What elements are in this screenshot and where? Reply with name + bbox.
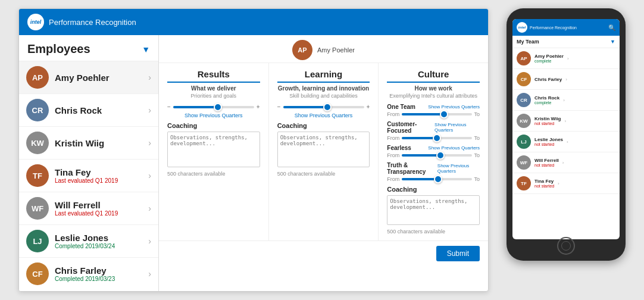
phone-employee-avatar: WF bbox=[517, 155, 531, 170]
main-panel: AP Amy Poehler Results What we deliver P… bbox=[159, 35, 488, 291]
chevron-right-icon: › bbox=[148, 73, 151, 82]
phone-employee-item[interactable]: CF Chris Farley › bbox=[512, 69, 620, 90]
employee-avatar: CR bbox=[26, 99, 49, 121]
employee-info: Kristin Wiig bbox=[55, 138, 142, 148]
culture-slider-row: From To bbox=[387, 135, 480, 141]
phone-employee-name: Chris Rock bbox=[534, 95, 559, 101]
culture-show-previous[interactable]: Show Previous Quarters bbox=[437, 163, 480, 174]
phone-employee-info: Chris Farley bbox=[534, 77, 562, 82]
results-show-previous[interactable]: Show Previous Quarters bbox=[167, 112, 260, 118]
culture-row-fearless: Fearless Show Previous Quarters From To bbox=[387, 145, 480, 158]
learning-char-count: 500 characters available bbox=[277, 171, 370, 177]
desktop-app: intel Performance Recognition Employees … bbox=[18, 8, 489, 292]
sidebar-employee-chris-rock[interactable]: CR Chris Rock › bbox=[19, 94, 158, 127]
results-coaching-label: Coaching bbox=[167, 122, 260, 129]
filter-icon[interactable]: ▼ bbox=[142, 45, 150, 54]
culture-slider-track[interactable] bbox=[402, 154, 471, 157]
culture-from-label: From bbox=[387, 135, 399, 141]
sidebar-employee-kristin[interactable]: KW Kristin Wiig › bbox=[19, 127, 158, 160]
results-coaching-textarea[interactable] bbox=[167, 132, 260, 167]
culture-slider-track[interactable] bbox=[402, 137, 471, 139]
culture-row-title: Fearless bbox=[387, 145, 411, 151]
culture-show-previous[interactable]: Show Previous Quarters bbox=[428, 104, 480, 110]
culture-to-label: To bbox=[474, 152, 480, 158]
phone-logo-area: intel Performance Recognition bbox=[517, 22, 577, 33]
selected-employee-header: AP Amy Poehler bbox=[159, 35, 488, 63]
learning-coaching-label: Coaching bbox=[277, 122, 370, 129]
culture-show-previous[interactable]: Show Previous Quarters bbox=[434, 122, 480, 133]
phone-employee-avatar: KW bbox=[517, 114, 531, 128]
app-header: intel Performance Recognition bbox=[19, 9, 488, 35]
phone-chevron-right-icon: › bbox=[558, 181, 559, 186]
culture-char-count: 500 characters available bbox=[387, 229, 480, 235]
culture-to-label: To bbox=[474, 135, 480, 141]
phone-section-header: My Team ▼ bbox=[512, 36, 620, 48]
sidebar-employee-will[interactable]: WF Will Ferrell Last evaluated Q1 2019 › bbox=[19, 192, 158, 225]
employee-info: Leslie Jones Completed 2019/03/24 bbox=[55, 233, 142, 249]
phone-employee-item[interactable]: CR Chris Rock complete › bbox=[512, 90, 620, 111]
selected-employee-name: Amy Poehler bbox=[317, 46, 355, 54]
phone-employee-status: not started bbox=[534, 142, 563, 146]
phone-employee-item[interactable]: WF Will Ferrell not started › bbox=[512, 152, 620, 173]
culture-row-title: Truth & Transparency bbox=[387, 162, 437, 175]
phone-employee-item[interactable]: LJ Leslie Jones not started › bbox=[512, 132, 620, 152]
phone-search-icon[interactable]: 🔍 bbox=[608, 24, 615, 31]
culture-from-label: From bbox=[387, 111, 399, 117]
culture-slider-track[interactable] bbox=[402, 113, 471, 115]
sidebar-employee-leslie[interactable]: LJ Leslie Jones Completed 2019/03/24 › bbox=[19, 225, 158, 258]
phone-employee-avatar: TF bbox=[517, 176, 531, 190]
employee-list: AP Amy Poehler › CR Chris Rock › KW Kris… bbox=[19, 61, 158, 289]
learning-show-previous[interactable]: Show Previous Quarters bbox=[277, 112, 370, 118]
employee-info: Amy Poehler bbox=[55, 73, 142, 83]
employee-info: Tina Fey Last evaluated Q1 2019 bbox=[55, 167, 142, 184]
culture-to-label: To bbox=[474, 176, 480, 182]
employee-avatar: TF bbox=[26, 164, 49, 187]
learning-subtitle: Growth, learning and innovation bbox=[277, 85, 370, 92]
employee-status: Last evaluated Q1 2019 bbox=[55, 210, 142, 217]
employee-name: Tina Fey bbox=[55, 167, 142, 177]
learning-slider-track bbox=[283, 106, 364, 108]
culture-show-previous[interactable]: Show Previous Quarters bbox=[428, 145, 480, 151]
results-slider-track bbox=[173, 106, 254, 108]
phone-employee-item[interactable]: AP Amy Poehler complete › bbox=[512, 48, 620, 69]
phone-employee-item[interactable]: TF Tina Fey not started › bbox=[512, 173, 620, 194]
phone-employee-name: Chris Farley bbox=[534, 77, 562, 82]
phone-employee-info: Kristin Wiig not started bbox=[534, 116, 561, 126]
results-slider-minus: − bbox=[167, 104, 171, 110]
phone-chevron-right-icon: › bbox=[567, 139, 568, 145]
learning-coaching-textarea[interactable] bbox=[277, 132, 370, 167]
employee-info: Chris Farley Completed 2019/03/23 bbox=[55, 265, 142, 282]
employee-name: Chris Farley bbox=[55, 265, 142, 276]
submit-button[interactable]: Submit bbox=[436, 246, 480, 261]
phone-employee-info: Tina Fey not started bbox=[534, 179, 554, 188]
phone-filter-icon[interactable]: ▼ bbox=[610, 39, 615, 45]
culture-row-one-team: One Team Show Previous Quarters From To bbox=[387, 104, 480, 117]
sidebar-employee-tina[interactable]: TF Tina Fey Last evaluated Q1 2019 › bbox=[19, 160, 158, 192]
intel-logo-icon: intel bbox=[27, 14, 44, 30]
phone-chevron-right-icon: › bbox=[567, 56, 569, 61]
results-title: Results bbox=[167, 69, 260, 83]
learning-desc: Skill building and capabilities bbox=[277, 93, 370, 99]
culture-desc: Exemplifying Intel's cultural attributes bbox=[387, 93, 480, 99]
phone-home-button[interactable] bbox=[557, 237, 575, 255]
phone-employee-avatar: AP bbox=[517, 51, 531, 65]
learning-slider[interactable]: − + bbox=[277, 104, 370, 110]
phone-app-title: Performance Recognition bbox=[530, 26, 577, 30]
sidebar-employee-amy[interactable]: AP Amy Poehler › bbox=[19, 61, 158, 94]
chevron-right-icon: › bbox=[148, 269, 151, 279]
results-slider-plus: + bbox=[257, 104, 260, 110]
results-slider[interactable]: − + bbox=[167, 104, 260, 110]
phone-employee-name: Amy Poehler bbox=[534, 54, 564, 59]
phone-employee-name: Tina Fey bbox=[534, 179, 554, 184]
phone-chevron-right-icon: › bbox=[563, 98, 565, 103]
sidebar-employee-chris-farley[interactable]: CF Chris Farley Completed 2019/03/23 › bbox=[19, 258, 158, 289]
app-title: Performance Recognition bbox=[49, 18, 136, 27]
phone-employee-status: not started bbox=[534, 163, 559, 167]
culture-coaching-textarea[interactable] bbox=[387, 195, 480, 225]
culture-row-truth-&-transparency: Truth & Transparency Show Previous Quart… bbox=[387, 162, 480, 182]
culture-slider-track[interactable] bbox=[402, 178, 471, 180]
phone-employee-item[interactable]: KW Kristin Wiig not started › bbox=[512, 111, 620, 132]
employee-status: Completed 2019/03/23 bbox=[55, 276, 142, 282]
chevron-right-icon: › bbox=[148, 105, 151, 115]
learning-slider-plus: + bbox=[367, 104, 370, 110]
